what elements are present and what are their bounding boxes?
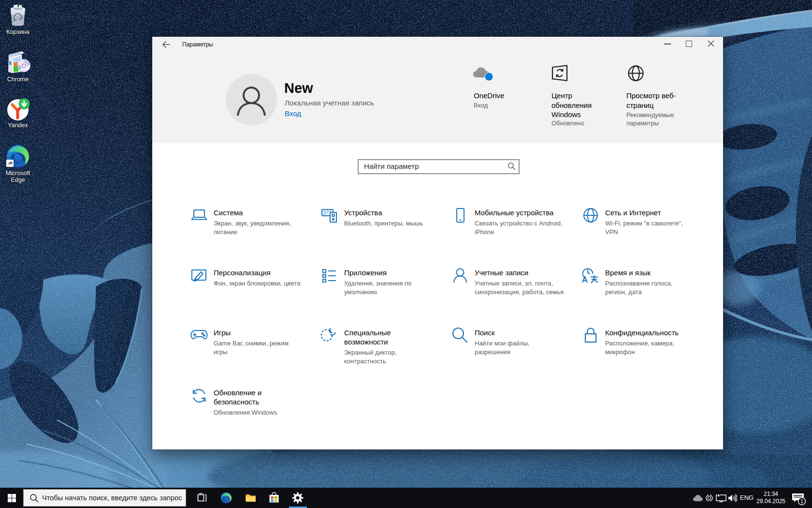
svg-text:1: 1	[800, 498, 803, 504]
